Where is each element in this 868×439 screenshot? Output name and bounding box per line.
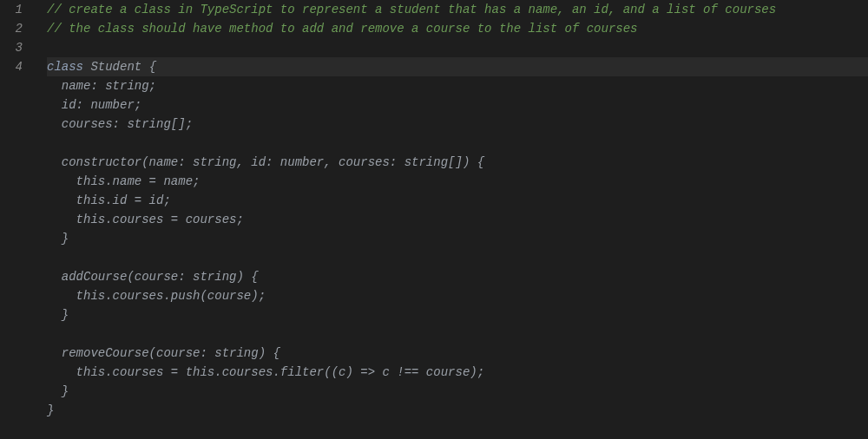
code-line-17: } bbox=[47, 305, 868, 324]
brace-close: } bbox=[47, 403, 54, 417]
code-line-1: // create a class in TypeScript to repre… bbox=[47, 0, 868, 19]
code-line-12: this.courses = courses; bbox=[47, 210, 868, 229]
assignment: this.name = name; bbox=[47, 174, 200, 188]
code-line-21: } bbox=[47, 382, 868, 401]
code-line-15: addCourse(course: string) { bbox=[47, 267, 868, 286]
method-decl: addCourse(course: string) { bbox=[47, 270, 259, 284]
property-decl: id: number; bbox=[47, 98, 141, 112]
method-body: this.courses.push(course); bbox=[47, 289, 266, 303]
line-number: 4 bbox=[0, 57, 23, 76]
class-name: Student bbox=[83, 60, 149, 74]
code-line-14 bbox=[47, 248, 868, 267]
code-line-11: this.id = id; bbox=[47, 191, 868, 210]
assignment: this.courses = courses; bbox=[47, 213, 244, 226]
code-line-20: this.courses = this.courses.filter((c) =… bbox=[47, 363, 868, 382]
method-body: this.courses = this.courses.filter((c) =… bbox=[47, 365, 484, 379]
code-line-9: constructor(name: string, id: number, co… bbox=[47, 153, 868, 172]
line-number: 2 bbox=[0, 19, 23, 38]
code-line-6: id: number; bbox=[47, 95, 868, 115]
code-content[interactable]: // create a class in TypeScript to repre… bbox=[38, 0, 868, 439]
code-line-4-active: class Student { bbox=[47, 57, 868, 76]
code-line-7: courses: string[]; bbox=[47, 115, 868, 134]
code-line-8 bbox=[47, 134, 868, 153]
line-number: 1 bbox=[0, 0, 23, 19]
code-editor[interactable]: 1 2 3 4 // create a class in TypeScript … bbox=[0, 0, 868, 439]
code-line-22: } bbox=[47, 401, 868, 420]
code-line-5: name: string; bbox=[47, 76, 868, 95]
constructor-decl: constructor(name: string, id: number, co… bbox=[47, 155, 484, 169]
comment-text: // create a class in TypeScript to repre… bbox=[47, 3, 776, 16]
code-line-2: // the class should have method to add a… bbox=[47, 19, 868, 38]
brace-close: } bbox=[47, 384, 69, 398]
brace-open: { bbox=[149, 60, 156, 74]
code-line-16: this.courses.push(course); bbox=[47, 286, 868, 305]
line-number: 3 bbox=[0, 38, 23, 57]
code-line-19: removeCourse(course: string) { bbox=[47, 344, 868, 363]
assignment: this.id = id; bbox=[47, 193, 171, 207]
code-line-13: } bbox=[47, 229, 868, 248]
keyword-class: class bbox=[47, 60, 83, 74]
code-line-3 bbox=[47, 38, 868, 57]
brace-close: } bbox=[47, 308, 69, 322]
method-decl: removeCourse(course: string) { bbox=[47, 346, 280, 360]
brace-close: } bbox=[47, 232, 69, 246]
property-decl: name: string; bbox=[47, 79, 156, 93]
code-line-10: this.name = name; bbox=[47, 172, 868, 191]
code-line-18 bbox=[47, 324, 868, 344]
line-number-gutter: 1 2 3 4 bbox=[0, 0, 38, 439]
property-decl: courses: string[]; bbox=[47, 117, 193, 131]
comment-text: // the class should have method to add a… bbox=[47, 22, 638, 36]
